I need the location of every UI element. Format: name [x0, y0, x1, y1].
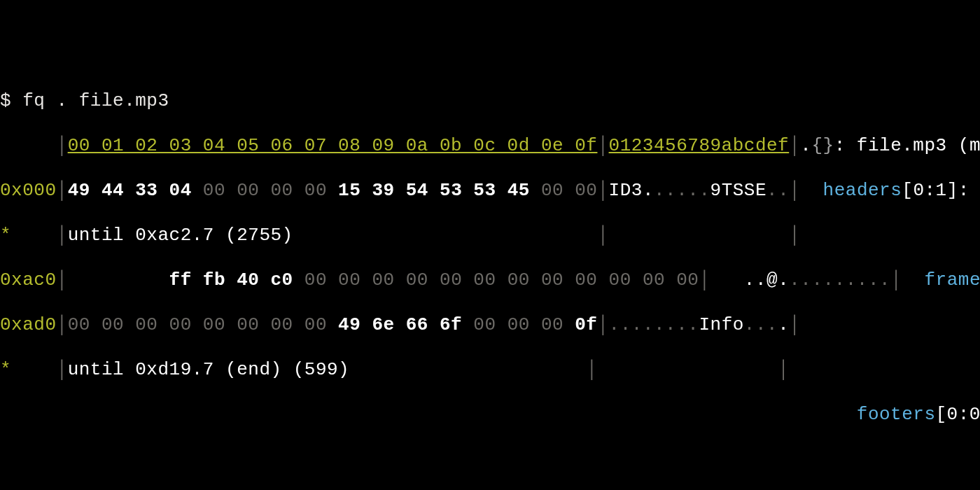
offset: 0xad0	[0, 314, 57, 335]
hex-bytes: 49 6e 66 6f	[338, 314, 462, 335]
tree-key-frames: frames	[925, 270, 980, 290]
tree-key-footers: footers	[857, 404, 936, 425]
hex-bytes: 49 44 33 04	[68, 180, 192, 201]
pad	[710, 270, 744, 290]
hex-header-line-1: │00 01 02 03 04 05 06 07 08 09 0a 0b 0c …	[0, 134, 980, 157]
ascii-column-header: 0123456789abcdef	[609, 135, 790, 156]
hex-bytes: ff fb 40 c0	[169, 270, 293, 290]
ascii-dim: ..	[766, 180, 789, 201]
dump1-row-0: 0x000│49 44 33 04 00 00 00 00 15 39 54 5…	[0, 179, 980, 202]
hex-bytes-dim: 00 00 00	[462, 314, 575, 335]
hex-bytes-dim: 00 00 00 00 00 00 00 00	[68, 314, 338, 335]
hex-bytes-dim: 00 00 00 00	[192, 180, 338, 201]
hex-bytes: 15 39 54 53 53 45	[338, 180, 530, 201]
blank-line	[0, 448, 980, 470]
ascii-bytes: ID3.	[609, 180, 654, 201]
ascii-bytes: ..@.	[744, 270, 789, 290]
dump1-row-3: 0xad0│00 00 00 00 00 00 00 00 49 6e 66 6…	[0, 314, 980, 336]
ascii-dim: .........	[789, 270, 890, 290]
dump1-row-2: 0xac0│ ff fb 40 c0 00 00 00 00 00 00 00 …	[0, 269, 980, 291]
dump1-row-5-blank: footers[0:0]:	[0, 403, 980, 426]
ascii-bytes: 9TSSE	[710, 180, 767, 201]
command-text: fq . file.mp3	[22, 90, 169, 111]
tree-range: [0:1]	[902, 180, 958, 201]
elision-star: *	[0, 359, 11, 380]
until-marker: until 0xd19.7 (end) (599)	[68, 359, 350, 380]
prompt-symbol: $	[0, 90, 22, 111]
elision-star: *	[0, 225, 11, 246]
ascii-dim: .....	[654, 180, 710, 201]
hex-column-header: 00 01 02 03 04 05 06 07 08 09 0a 0b 0c 0…	[68, 135, 598, 156]
hex-bytes-dim: 00 00	[530, 180, 598, 201]
dump1-row-4: * │until 0xd19.7 (end) (599) │ │	[0, 358, 980, 381]
hex-bytes-dim: 00 00 00 00 00 00 00 00 00 00 00 00	[293, 270, 699, 290]
ascii-bytes: Info	[699, 314, 743, 335]
offset: 0x000	[0, 180, 57, 201]
pad	[68, 270, 169, 290]
until-marker: until 0xac2.7 (2755)	[68, 225, 293, 246]
offset: 0xac0	[0, 270, 57, 290]
ascii-bytes: .	[778, 314, 789, 335]
tree-root: file.mp3 (mp	[857, 135, 980, 156]
command-line-1: $ fq . file.mp3	[0, 90, 980, 112]
dump1-row-1: * │until 0xac2.7 (2755) │ │	[0, 224, 980, 246]
ascii-dim: ...	[744, 314, 778, 335]
hex-bytes: 0f	[575, 314, 597, 335]
ascii-dim: ........	[609, 314, 699, 335]
tree-range: [0:0]	[936, 404, 980, 425]
tree-key-headers: headers	[823, 180, 902, 201]
